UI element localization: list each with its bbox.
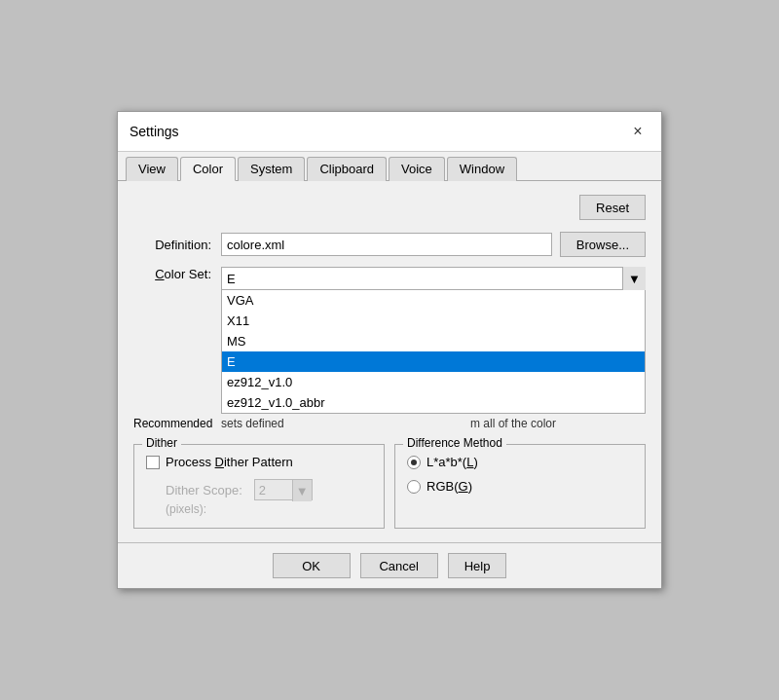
content-area: Reset Definition: Browse... Color Set: E…	[118, 181, 661, 542]
close-button[interactable]: ×	[626, 120, 649, 143]
ok-button[interactable]: OK	[273, 553, 351, 578]
reset-button[interactable]: Reset	[579, 195, 646, 220]
option-vga[interactable]: VGA	[222, 290, 645, 311]
radio-rgb-label: RGB(G)	[427, 479, 472, 494]
tab-voice[interactable]: Voice	[389, 157, 445, 181]
tab-clipboard[interactable]: Clipboard	[307, 157, 387, 181]
dialog-footer: OK Cancel Help	[118, 542, 661, 588]
recommend-right-text: m all of the color	[470, 417, 646, 430]
tab-view[interactable]: View	[126, 157, 178, 181]
color-set-arrow[interactable]: ▼	[622, 267, 646, 290]
dither-scope-sub: (pixels):	[166, 502, 372, 516]
option-ms[interactable]: MS	[222, 331, 645, 351]
dither-scope-label: Dither Scope:	[166, 483, 242, 497]
definition-label: Definition:	[133, 238, 221, 252]
option-e[interactable]: E	[222, 351, 645, 372]
definition-row: Definition: Browse...	[133, 232, 646, 257]
process-dither-label: Process Dither Pattern	[166, 455, 293, 469]
radio-lab[interactable]	[407, 456, 421, 469]
tab-color[interactable]: Color	[180, 157, 236, 181]
tab-bar: View Color System Clipboard Voice Window	[118, 152, 661, 181]
recommend-row: Recommended sets defined m all of the co…	[133, 417, 646, 430]
tab-window[interactable]: Window	[447, 157, 517, 181]
radio-lab-row: L*a*b*(L)	[407, 455, 633, 469]
option-x11[interactable]: X11	[222, 311, 645, 331]
radio-lab-label: L*a*b*(L)	[427, 455, 478, 469]
browse-button[interactable]: Browse...	[560, 232, 646, 257]
scope-arrow[interactable]: ▼	[292, 480, 312, 501]
difference-group: Difference Method L*a*b*(L) RGB(G)	[394, 444, 646, 529]
dither-scope-row: Dither Scope: 2 ▼	[166, 479, 372, 500]
dither-group: Dither Process Dither Pattern Dither Sco…	[133, 444, 385, 529]
color-set-dropdown: VGA X11 MS E ez912_v1.0 ez912_v1.0_abbr	[221, 290, 646, 414]
tab-system[interactable]: System	[238, 157, 305, 181]
help-button[interactable]: Help	[448, 553, 507, 578]
dialog-title: Settings	[130, 124, 179, 139]
option-ez912[interactable]: ez912_v1.0	[222, 372, 645, 392]
color-set-label: Color Set:	[133, 267, 221, 281]
color-set-row: Color Set: E ▼ VGA X11 MS E ez912_v1.0 e…	[133, 267, 646, 290]
option-ez912-abbr[interactable]: ez912_v1.0_abbr	[222, 392, 645, 413]
color-set-selected[interactable]: E	[221, 267, 646, 290]
process-dither-row: Process Dither Pattern	[146, 455, 372, 469]
settings-dialog: Settings × View Color System Clipboard V…	[117, 111, 662, 589]
dither-scope-select[interactable]: 2 ▼	[254, 479, 313, 500]
dither-group-title: Dither	[142, 436, 181, 450]
cancel-button[interactable]: Cancel	[360, 553, 438, 578]
bottom-panels: Dither Process Dither Pattern Dither Sco…	[133, 444, 646, 529]
radio-rgb[interactable]	[407, 480, 421, 494]
radio-rgb-row: RGB(G)	[407, 479, 633, 494]
title-bar: Settings ×	[118, 112, 661, 152]
color-set-select-wrapper: E ▼ VGA X11 MS E ez912_v1.0 ez912_v1.0_a…	[221, 267, 646, 290]
definition-input[interactable]	[221, 233, 552, 256]
difference-group-title: Difference Method	[403, 436, 506, 450]
process-dither-checkbox[interactable]	[146, 456, 160, 469]
reset-row: Reset	[133, 195, 646, 220]
recommend-label: Recommended	[133, 417, 221, 430]
